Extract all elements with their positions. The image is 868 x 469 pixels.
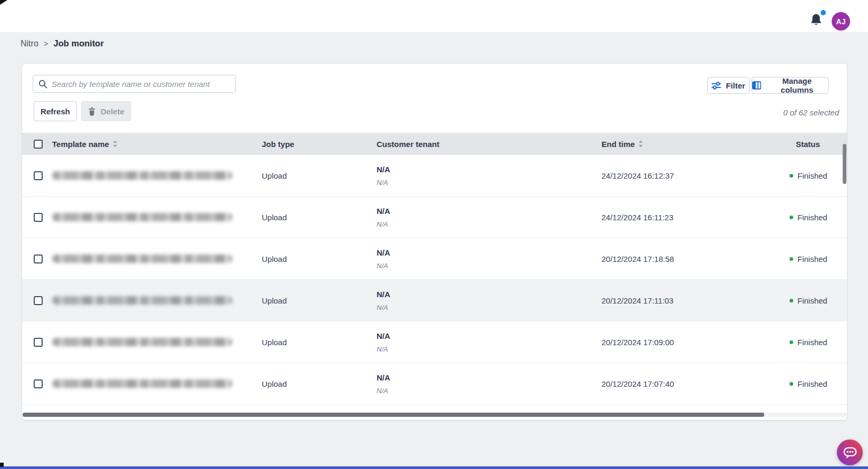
horizontal-scrollbar-track[interactable] xyxy=(22,413,847,417)
sort-icon xyxy=(638,140,643,148)
refresh-button-label: Refresh xyxy=(41,107,70,116)
breadcrumb: Nitro > Job monitor xyxy=(21,38,104,48)
template-name-redacted xyxy=(52,171,232,180)
template-name-redacted xyxy=(52,338,232,346)
status-dot xyxy=(790,382,793,386)
status-cell: Finished xyxy=(790,338,847,347)
notification-dot xyxy=(821,10,826,15)
app-header: AJ xyxy=(0,0,868,32)
customer-tenant-cell: N/A N/A xyxy=(377,290,601,311)
table-row[interactable]: Upload N/A N/A 20/12/2024 17:11:03 Finis… xyxy=(22,280,847,321)
selection-count: 0 of 62 selected xyxy=(783,108,839,117)
row-checkbox[interactable] xyxy=(34,296,43,305)
search-icon xyxy=(38,80,47,89)
status-cell: Finished xyxy=(790,213,847,222)
status-cell: Finished xyxy=(790,171,847,180)
customer-tenant-cell: N/A N/A xyxy=(377,373,601,395)
table-row[interactable]: Upload N/A N/A 20/12/2024 17:09:00 Finis… xyxy=(22,321,847,363)
status-dot xyxy=(790,340,793,344)
screenshot-corner-artifact xyxy=(0,0,7,5)
breadcrumb-current: Job monitor xyxy=(54,38,104,48)
row-checkbox[interactable] xyxy=(34,338,43,347)
status-dot xyxy=(790,299,793,302)
chat-bubble-icon xyxy=(843,445,857,460)
table-row[interactable]: Upload N/A N/A 20/12/2024 17:07:40 Finis… xyxy=(22,363,847,405)
row-checkbox[interactable] xyxy=(34,213,43,222)
end-time-cell: 24/12/2024 16:11:23 xyxy=(601,213,790,222)
end-time-cell: 20/12/2024 17:11:03 xyxy=(601,296,790,305)
end-time-cell: 24/12/2024 16:12:37 xyxy=(601,171,790,180)
sort-icon xyxy=(113,140,117,148)
column-header-template-name[interactable]: Template name xyxy=(52,140,262,149)
bell-icon xyxy=(810,13,822,27)
delete-button-label: Delete xyxy=(101,107,124,116)
job-type-cell: Upload xyxy=(262,171,377,180)
end-time-cell: 20/12/2024 17:07:40 xyxy=(601,379,790,388)
job-type-cell: Upload xyxy=(262,296,377,305)
notifications-button[interactable] xyxy=(810,13,824,28)
row-checkbox[interactable] xyxy=(34,255,43,263)
customer-tenant-cell: N/A N/A xyxy=(377,331,601,353)
template-name-redacted xyxy=(52,255,232,263)
job-monitor-panel: Filter Manage columns Refresh Delete 0 o… xyxy=(22,64,847,420)
row-checkbox[interactable] xyxy=(34,171,43,180)
column-header-status: Status xyxy=(790,140,847,149)
breadcrumb-parent[interactable]: Nitro xyxy=(21,39,38,48)
select-all-checkbox[interactable] xyxy=(34,140,43,149)
customer-tenant-cell: N/A N/A xyxy=(377,165,601,187)
manage-columns-button-label: Manage columns xyxy=(766,76,828,94)
status-cell: Finished xyxy=(790,255,847,263)
status-dot xyxy=(790,257,793,261)
row-checkbox[interactable] xyxy=(34,379,43,388)
filter-button-label: Filter xyxy=(726,81,745,90)
trash-icon xyxy=(88,107,96,116)
column-header-job-type: Job type xyxy=(262,140,377,149)
screen: AJ Nitro > Job monitor Filter xyxy=(0,0,868,469)
screenshot-corner-artifact xyxy=(0,463,4,467)
table-body: Upload N/A N/A 24/12/2024 16:12:37 Finis… xyxy=(22,155,847,405)
search-box xyxy=(33,75,236,93)
chat-widget-button[interactable] xyxy=(837,439,863,465)
search-input[interactable] xyxy=(52,80,230,89)
horizontal-scrollbar-thumb[interactable] xyxy=(23,413,764,417)
table-row[interactable]: Upload N/A N/A 20/12/2024 17:18:58 Finis… xyxy=(22,238,847,280)
refresh-button[interactable]: Refresh xyxy=(34,101,77,121)
column-header-end-time[interactable]: End time xyxy=(601,140,790,149)
template-name-redacted xyxy=(52,213,232,221)
manage-columns-button[interactable]: Manage columns xyxy=(752,77,828,94)
table-row[interactable]: Upload N/A N/A 24/12/2024 16:12:37 Finis… xyxy=(22,155,847,197)
table-header-row: Template name Job type Customer tenant E… xyxy=(22,133,847,155)
job-type-cell: Upload xyxy=(262,213,377,222)
column-header-customer-tenant: Customer tenant xyxy=(377,140,601,149)
status-dot xyxy=(790,174,793,178)
customer-tenant-cell: N/A N/A xyxy=(377,207,601,228)
customer-tenant-cell: N/A N/A xyxy=(377,248,601,270)
user-avatar[interactable]: AJ xyxy=(832,12,850,31)
template-name-redacted xyxy=(52,296,232,305)
job-type-cell: Upload xyxy=(262,379,377,388)
job-type-cell: Upload xyxy=(262,338,377,347)
filter-button[interactable]: Filter xyxy=(707,77,749,94)
vertical-scrollbar-thumb[interactable] xyxy=(843,144,846,184)
job-type-cell: Upload xyxy=(262,255,377,263)
columns-icon xyxy=(752,81,761,90)
end-time-cell: 20/12/2024 17:09:00 xyxy=(601,338,790,347)
template-name-redacted xyxy=(52,379,232,388)
status-cell: Finished xyxy=(790,379,847,388)
table-row[interactable]: Upload N/A N/A 24/12/2024 16:11:23 Finis… xyxy=(22,197,847,238)
status-cell: Finished xyxy=(790,296,847,305)
filter-icon xyxy=(712,81,721,90)
breadcrumb-separator: > xyxy=(44,39,48,48)
bottom-edge-bar xyxy=(0,466,868,469)
end-time-cell: 20/12/2024 17:18:58 xyxy=(601,255,790,263)
delete-button[interactable]: Delete xyxy=(81,101,131,121)
status-dot xyxy=(790,216,793,219)
